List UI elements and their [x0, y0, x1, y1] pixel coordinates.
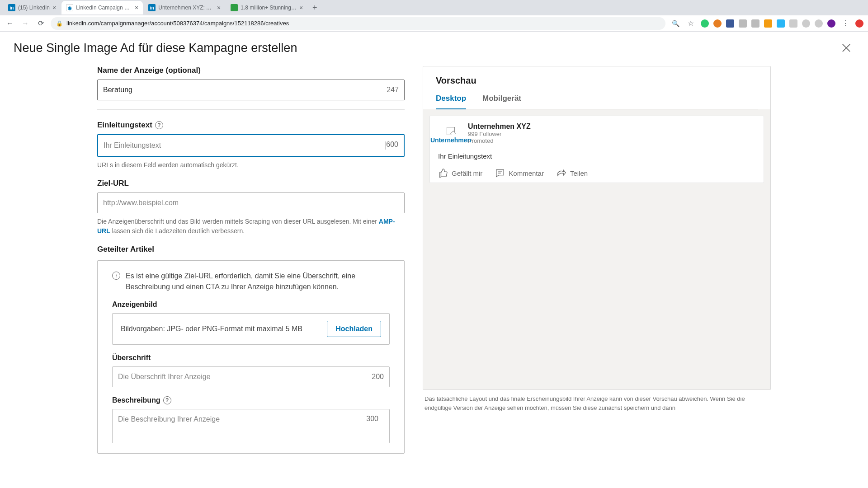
description-input[interactable] [113, 409, 389, 441]
favicon-icon: in [148, 4, 156, 11]
extension-icon[interactable] [751, 19, 760, 28]
like-icon [438, 168, 448, 178]
favicon-icon: in [8, 4, 15, 11]
shared-article-box: i Es ist eine gültige Ziel-URL erforderl… [97, 260, 405, 454]
comment-button[interactable]: Kommentar [495, 168, 544, 178]
tab-title: 1.8 million+ Stunning Free Im [241, 5, 297, 11]
ad-image-upload-box: Bildvorgaben: JPG- oder PNG-Format mit m… [112, 313, 390, 345]
preview-column: Vorschau Desktop Mobilgerät Unternehmen [423, 66, 771, 454]
broken-image-icon [447, 127, 455, 135]
intro-label: Einleitungstext ? [97, 121, 405, 130]
intro-input[interactable] [98, 136, 385, 155]
browser-tab[interactable]: 1.8 million+ Stunning Free Im × [226, 1, 307, 14]
company-logo-alt: Unternehmen [430, 136, 471, 144]
extension-icon[interactable] [713, 19, 722, 28]
address-bar: ← → ⟳ 🔒 linkedin.com/campaignmanager/acc… [0, 15, 868, 32]
ad-name-label: Name der Anzeige (optional) [97, 66, 405, 75]
description-count: 300 [366, 415, 384, 423]
company-logo: Unternehmen [438, 122, 463, 148]
info-icon: i [112, 272, 120, 280]
close-button[interactable] [838, 40, 854, 56]
preview-disclaimer: Das tatsächliche Layout und das finale E… [423, 394, 771, 412]
comment-icon [495, 168, 505, 178]
preview-tabs: Desktop Mobilgerät [436, 94, 758, 109]
star-icon[interactable]: ☆ [685, 18, 696, 29]
dest-url-input[interactable] [98, 193, 404, 213]
share-button[interactable]: Teilen [557, 168, 588, 178]
help-icon[interactable]: ? [155, 121, 163, 129]
favicon-icon: ◉ [66, 4, 73, 11]
browser-tab[interactable]: in Unternehmen XYZ: Administra × [144, 1, 225, 14]
extension-icon[interactable] [739, 19, 747, 28]
preview-body: Unternehmen Unternehmen XYZ 999 Follower… [423, 109, 770, 389]
tab-close-icon[interactable]: × [217, 4, 221, 11]
intro-field: Einleitungstext ? 600 URLs in diesem Fel… [97, 121, 405, 170]
back-button[interactable]: ← [5, 18, 15, 29]
headline-input-wrap[interactable]: 200 [112, 366, 390, 387]
lock-icon: 🔒 [56, 20, 63, 27]
avatar-icon[interactable] [827, 19, 835, 28]
shared-article-heading: Geteilter Artikel [97, 245, 405, 254]
favicon-icon [231, 4, 238, 11]
browser-tab[interactable]: in (15) LinkedIn × [4, 1, 61, 14]
tab-bar: in (15) LinkedIn × ◉ LinkedIn Campaign M… [0, 0, 868, 15]
upload-button[interactable]: Hochladen [327, 321, 381, 337]
description-label: Beschreibung ? [112, 396, 390, 404]
share-icon [557, 168, 566, 178]
tab-close-icon[interactable]: × [135, 4, 138, 11]
extension-icon[interactable] [764, 19, 772, 28]
ad-name-field: Name der Anzeige (optional) 247 [97, 66, 405, 100]
company-name: Unternehmen XYZ [468, 122, 531, 131]
extension-icons: ⋮ [701, 18, 863, 29]
intro-input-wrap[interactable]: 600 [97, 134, 405, 157]
headline-count: 200 [372, 373, 389, 381]
preview-card: Unternehmen Unternehmen XYZ 999 Follower… [429, 116, 764, 183]
card-actions: Gefällt mir Kommentar Teilen [438, 166, 755, 178]
dest-url-label: Ziel-URL [97, 179, 405, 188]
close-icon [840, 42, 853, 54]
extension-icon[interactable] [815, 19, 823, 28]
zoom-icon[interactable]: 🔍 [670, 18, 681, 29]
notification-icon[interactable] [855, 19, 863, 28]
dest-url-input-wrap[interactable] [97, 192, 405, 213]
reload-button[interactable]: ⟳ [35, 18, 46, 29]
browser-tab[interactable]: ◉ LinkedIn Campaign Manager × [61, 1, 143, 14]
headline-input[interactable] [113, 367, 372, 387]
modal-page: Neue Single Image Ad für diese Kampagne … [0, 32, 868, 488]
preview-title: Vorschau [436, 75, 758, 86]
tab-title: LinkedIn Campaign Manager [76, 5, 132, 11]
ad-image-label: Anzeigenbild [112, 300, 390, 309]
browser-chrome: in (15) LinkedIn × ◉ LinkedIn Campaign M… [0, 0, 868, 32]
ad-image-spec: Bildvorgaben: JPG- oder PNG-Format mit m… [121, 324, 302, 334]
promoted-label: Promoted [468, 137, 531, 144]
tab-desktop[interactable]: Desktop [436, 94, 466, 109]
tab-close-icon[interactable]: × [52, 4, 56, 11]
extension-icon[interactable] [701, 19, 709, 28]
tab-title: (15) LinkedIn [18, 5, 50, 11]
url-field[interactable]: 🔒 linkedin.com/campaignmanager/account/5… [51, 17, 665, 30]
tab-title: Unternehmen XYZ: Administra [158, 5, 214, 11]
ad-name-count: 247 [387, 86, 404, 94]
help-icon[interactable]: ? [163, 396, 171, 404]
ad-name-input[interactable] [98, 80, 387, 100]
info-text: Es ist eine gültige Ziel-URL erforderlic… [126, 271, 390, 292]
menu-icon[interactable]: ⋮ [840, 18, 851, 29]
description-input-wrap[interactable]: 300 [112, 409, 390, 443]
company-followers: 999 Follower [468, 131, 531, 137]
dest-url-field: Ziel-URL Die Anzeigenüberschrift und das… [97, 179, 405, 236]
url-text: linkedin.com/campaignmanager/account/508… [66, 20, 289, 27]
extension-icon[interactable] [802, 19, 810, 28]
new-tab-button[interactable]: + [308, 3, 321, 13]
forward-button[interactable]: → [20, 18, 31, 29]
extension-icon[interactable] [789, 19, 797, 28]
extension-icon[interactable] [777, 19, 785, 28]
ad-name-input-wrap[interactable]: 247 [97, 80, 405, 100]
like-button[interactable]: Gefällt mir [438, 168, 482, 178]
tab-mobile[interactable]: Mobilgerät [482, 94, 521, 109]
preview-panel: Vorschau Desktop Mobilgerät Unternehmen [423, 66, 771, 390]
info-row: i Es ist eine gültige Ziel-URL erforderl… [112, 271, 390, 292]
tab-close-icon[interactable]: × [299, 4, 303, 11]
divider [97, 109, 405, 110]
dest-url-helper: Die Anzeigenüberschrift und das Bild wer… [97, 217, 405, 236]
extension-icon[interactable] [726, 19, 734, 28]
